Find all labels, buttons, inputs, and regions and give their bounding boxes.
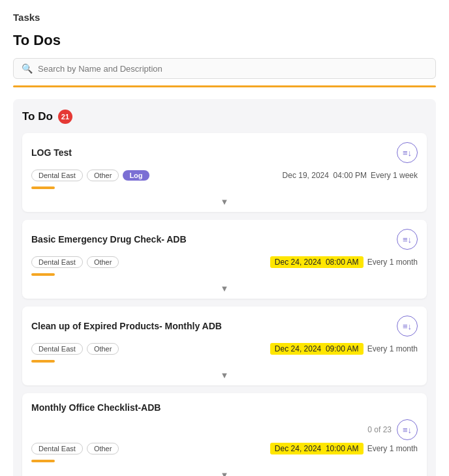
todo-section: To Do 21 LOG Test ≡↓ Dental EastOtherLog…	[13, 99, 436, 476]
task-expand-button[interactable]: ▼	[31, 468, 418, 476]
task-meta-row: Dental EastOther Dec 24, 2024 10:00 AM E…	[31, 443, 418, 454]
chevron-down-icon: ▼	[221, 370, 229, 380]
tag-special: Log	[123, 170, 149, 181]
task-tags: Dental EastOther	[31, 343, 119, 355]
task-date-info: Dec 24, 2024 10:00 AM Every 1 month	[270, 443, 418, 454]
chevron-down-icon: ▼	[221, 470, 229, 476]
task-tags: Dental EastOther	[31, 443, 119, 454]
date-highlight: Dec 24, 2024 08:00 AM	[270, 256, 364, 268]
task-expand-button[interactable]: ▼	[31, 281, 418, 299]
task-meta-row: Dental EastOther Dec 24, 2024 09:00 AM E…	[31, 343, 418, 355]
task-card: Basic Emergency Drug Check- ADB ≡↓ Denta…	[22, 220, 427, 299]
todo-header: To Do 21	[22, 110, 427, 124]
task-expand-button[interactable]: ▼	[31, 368, 418, 385]
recurrence: Every 1 month	[367, 344, 418, 353]
tag: Dental East	[31, 256, 83, 268]
todo-header-label: To Do	[22, 110, 53, 123]
task-expand-button[interactable]: ▼	[31, 194, 418, 212]
task-list: LOG Test ≡↓ Dental EastOtherLog Dec 19, …	[22, 133, 427, 476]
recurrence: Every 1 month	[367, 444, 418, 453]
tag: Other	[87, 256, 119, 268]
orange-divider	[13, 85, 436, 87]
page-title: Tasks	[13, 12, 436, 23]
task-date-info: Dec 24, 2024 09:00 AM Every 1 month	[270, 343, 418, 355]
task-title: LOG Test	[31, 147, 72, 158]
search-icon: 🔍	[22, 63, 33, 74]
task-card: Monthly Office Checklist-ADB 0 of 23 ≡↓ …	[22, 393, 427, 476]
counter-row: 0 of 23 ≡↓	[31, 419, 418, 440]
task-card: Clean up of Expired Products- Monthly AD…	[22, 306, 427, 385]
tag: Dental East	[31, 443, 83, 454]
recurrence: Every 1 month	[367, 258, 418, 267]
task-action-icon: ≡↓	[403, 235, 412, 245]
task-card: LOG Test ≡↓ Dental EastOtherLog Dec 19, …	[22, 133, 427, 212]
task-meta-row: Dental EastOther Dec 24, 2024 08:00 AM E…	[31, 256, 418, 268]
chevron-down-icon: ▼	[221, 197, 229, 207]
task-card-top: Basic Emergency Drug Check- ADB ≡↓	[31, 229, 418, 250]
task-card-top: LOG Test ≡↓	[31, 142, 418, 163]
date-highlight: Dec 24, 2024 10:00 AM	[270, 443, 364, 454]
todo-badge: 21	[58, 110, 72, 124]
task-meta-row: Dental EastOtherLog Dec 19, 2024 04:00 P…	[31, 170, 418, 181]
tag: Other	[87, 343, 119, 355]
task-orange-bar	[31, 460, 55, 462]
chevron-down-icon: ▼	[221, 284, 229, 293]
search-bar[interactable]: 🔍	[13, 58, 436, 79]
task-orange-bar	[31, 360, 55, 363]
task-title: Basic Emergency Drug Check- ADB	[31, 234, 187, 245]
task-date-info: Dec 19, 2024 04:00 PM Every 1 week	[283, 171, 418, 180]
recurrence: Every 1 week	[371, 171, 418, 180]
task-action-icon: ≡↓	[403, 321, 412, 331]
tag: Dental East	[31, 343, 83, 355]
task-title: Clean up of Expired Products- Monthly AD…	[31, 321, 222, 331]
task-action-button[interactable]: ≡↓	[397, 229, 418, 250]
task-action-button[interactable]: ≡↓	[397, 142, 418, 163]
task-action-icon: ≡↓	[403, 425, 412, 435]
tag: Other	[87, 443, 119, 454]
date-highlight: Dec 24, 2024 09:00 AM	[270, 343, 364, 355]
task-orange-bar	[31, 186, 55, 189]
date-text: Dec 19, 2024 04:00 PM	[283, 171, 367, 180]
task-orange-bar	[31, 273, 55, 276]
search-input[interactable]	[38, 64, 427, 74]
tag: Dental East	[31, 170, 83, 181]
task-card-top: Clean up of Expired Products- Monthly AD…	[31, 316, 418, 336]
section-title: To Dos	[13, 32, 436, 49]
tag: Other	[87, 170, 119, 181]
task-title: Monthly Office Checklist-ADB	[31, 402, 161, 413]
counter-text: 0 of 23	[367, 425, 392, 434]
task-action-button[interactable]: ≡↓	[397, 316, 418, 336]
task-card-top: Monthly Office Checklist-ADB	[31, 402, 418, 413]
task-action-icon: ≡↓	[403, 148, 412, 158]
task-date-info: Dec 24, 2024 08:00 AM Every 1 month	[270, 256, 418, 268]
task-action-button[interactable]: ≡↓	[397, 419, 418, 440]
task-tags: Dental EastOther	[31, 256, 119, 268]
task-tags: Dental EastOtherLog	[31, 170, 149, 181]
